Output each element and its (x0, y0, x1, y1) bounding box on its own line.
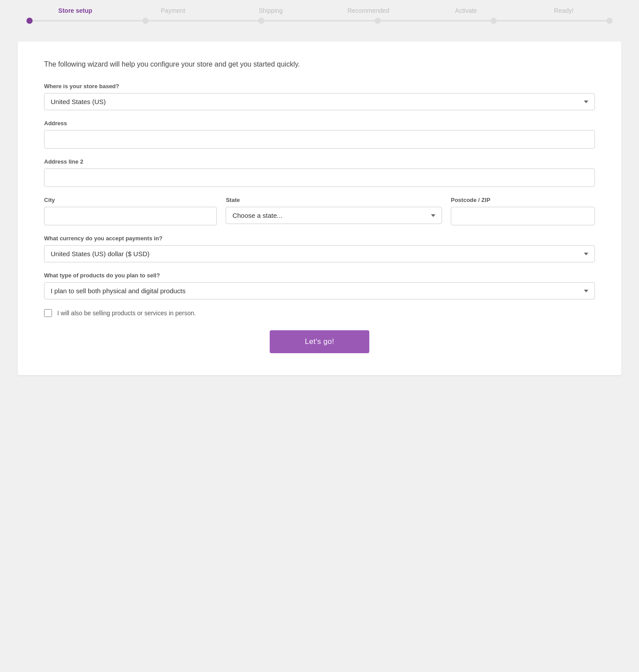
step-label-store-setup[interactable]: Store setup (26, 7, 124, 14)
zip-input[interactable] (451, 207, 595, 225)
city-state-zip-group: City State Choose a state... Postcode / … (44, 197, 595, 225)
currency-select[interactable]: United States (US) dollar ($ USD) (44, 245, 595, 262)
product-type-label: What type of products do you plan to sel… (44, 272, 595, 279)
lets-go-button[interactable]: Let's go! (270, 330, 369, 353)
in-person-checkbox[interactable] (44, 309, 52, 317)
step-dot-1[interactable] (26, 18, 33, 24)
city-input[interactable] (44, 207, 217, 225)
country-label: Where is your store based? (44, 83, 595, 90)
country-select[interactable]: United States (US) (44, 93, 595, 110)
step-dot-2[interactable] (142, 18, 149, 24)
address2-group: Address line 2 (44, 158, 595, 187)
state-label: State (226, 197, 442, 203)
zip-label: Postcode / ZIP (451, 197, 595, 203)
step-dot-6[interactable] (606, 18, 613, 24)
address2-input[interactable] (44, 168, 595, 187)
city-label: City (44, 197, 217, 203)
submit-row: Let's go! (44, 330, 595, 353)
currency-group: What currency do you accept payments in?… (44, 235, 595, 262)
step-label-activate[interactable]: Activate (417, 7, 515, 14)
state-col: State Choose a state... (226, 197, 442, 225)
country-group: Where is your store based? United States… (44, 83, 595, 110)
city-state-zip-row: City State Choose a state... Postcode / … (44, 197, 595, 225)
product-type-group: What type of products do you plan to sel… (44, 272, 595, 299)
address2-label: Address line 2 (44, 158, 595, 165)
step-label-ready[interactable]: Ready! (515, 7, 613, 14)
address-group: Address (44, 120, 595, 149)
city-col: City (44, 197, 217, 225)
in-person-label: I will also be selling products or servi… (57, 310, 196, 317)
step-label-recommended[interactable]: Recommended (320, 7, 417, 14)
product-type-select[interactable]: I plan to sell both physical and digital… (44, 282, 595, 299)
steps-dots-row (26, 18, 613, 24)
step-dot-3[interactable] (258, 18, 264, 24)
intro-text: The following wizard will help you confi… (44, 59, 595, 70)
step-dot-4[interactable] (375, 18, 381, 24)
step-dot-5[interactable] (490, 18, 497, 24)
zip-col: Postcode / ZIP (451, 197, 595, 225)
store-setup-card: The following wizard will help you confi… (18, 41, 621, 375)
step-label-payment[interactable]: Payment (124, 7, 222, 14)
steps-labels: Store setup Payment Shipping Recommended… (26, 7, 613, 14)
steps-track (30, 20, 609, 22)
step-label-shipping[interactable]: Shipping (222, 7, 320, 14)
wizard-header: Store setup Payment Shipping Recommended… (0, 0, 639, 33)
address-input[interactable] (44, 130, 595, 149)
currency-label: What currency do you accept payments in? (44, 235, 595, 242)
in-person-row: I will also be selling products or servi… (44, 309, 595, 317)
state-select[interactable]: Choose a state... (226, 207, 442, 224)
address-label: Address (44, 120, 595, 127)
